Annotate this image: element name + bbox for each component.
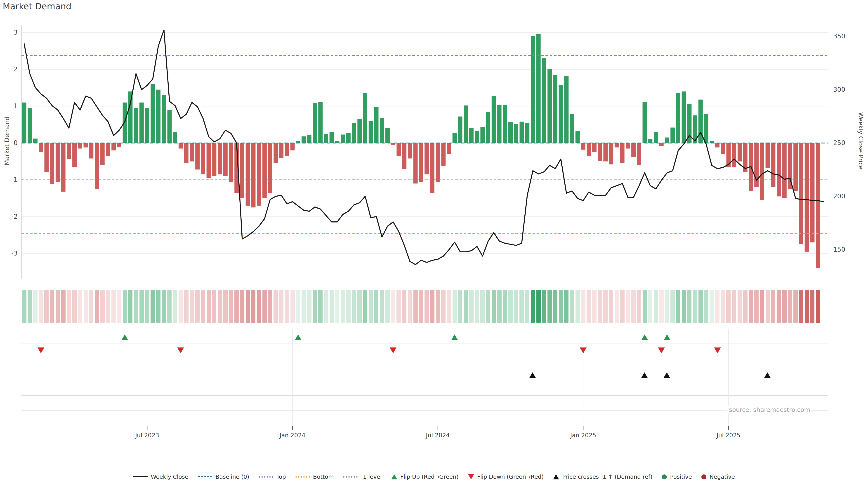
heatmap-cell	[592, 290, 596, 323]
heatmap-cell	[486, 290, 490, 323]
legend-item: Positive	[662, 474, 692, 480]
circle-icon	[702, 475, 706, 480]
heatmap-cell	[50, 290, 54, 323]
legend-label: Bottom	[313, 474, 334, 480]
triangle-up-icon	[553, 474, 559, 480]
legend-label: Flip Down (Green→Red)	[477, 474, 544, 480]
heatmap-cell	[436, 290, 440, 323]
heatmap-cell	[89, 290, 93, 323]
triangle-up-icon	[391, 474, 397, 480]
heatmap-cell	[391, 290, 395, 323]
legend-item: Top	[259, 474, 286, 480]
legend-label: Baseline (0)	[215, 474, 249, 480]
heatmap-cell	[330, 290, 334, 323]
heatmap-cell	[28, 290, 32, 323]
heatmap-cell	[184, 290, 188, 323]
heatmap-cell	[425, 290, 429, 323]
price-cross-icon	[664, 372, 670, 378]
heatmap-cell	[520, 290, 524, 323]
legend-label: Price crosses -1 ↑ (Demand ref)	[562, 474, 652, 480]
heatmap-cell	[78, 290, 82, 323]
heatmap-cell	[581, 290, 585, 323]
heatmap-cell	[794, 290, 798, 323]
heatmap-cell	[743, 290, 747, 323]
heatmap-cell	[235, 290, 239, 323]
heatmap-cell	[771, 290, 775, 323]
heatmap-cell	[749, 290, 753, 323]
legend-label: -1 level	[361, 474, 381, 480]
heatmap-cell	[240, 290, 244, 323]
heatmap-cell	[134, 290, 138, 323]
dotted-line-icon	[259, 476, 273, 478]
heatmap-cell	[363, 290, 367, 323]
heatmap-cell	[100, 290, 105, 323]
heatmap-cell	[620, 290, 625, 323]
heatmap-cell	[464, 290, 468, 323]
heatmap-cell	[475, 290, 479, 323]
flip-down-icon	[37, 348, 44, 353]
heatmap-cell	[84, 290, 88, 323]
heatmap-cell	[262, 290, 267, 323]
heatmap-cell	[671, 290, 675, 323]
heatmap-cell	[631, 290, 636, 323]
heatmap-cell	[195, 290, 199, 323]
heatmap-cell	[167, 290, 172, 323]
legend-item: Flip Up (Red→Green)	[391, 474, 459, 480]
flip-up-icon	[121, 334, 128, 340]
heatmap-cell	[33, 290, 37, 323]
heatmap-cell	[346, 290, 350, 323]
dotted-line-icon	[343, 476, 358, 478]
market-demand-dashboard: Market Demand Market Demand Weekly Close…	[0, 0, 868, 488]
heatmap-cell	[603, 290, 608, 323]
heatmap-cell	[693, 290, 697, 323]
heatmap-cell	[318, 290, 322, 323]
x-tick-label: Jul 2025	[717, 432, 741, 439]
flip-up-icon	[451, 334, 458, 340]
triangle-down-icon	[468, 474, 474, 480]
heatmap-cell	[302, 290, 306, 323]
circle-icon	[662, 475, 667, 480]
heatmap-cell	[324, 290, 328, 323]
heatmap-cell	[112, 290, 116, 323]
heatmap-cell	[402, 290, 406, 323]
heatmap-cell	[564, 290, 568, 323]
heatmap-cell	[699, 290, 703, 323]
heatmap-cell	[732, 290, 736, 323]
heatmap-cell	[145, 290, 149, 323]
heatmap-cell	[307, 290, 311, 323]
heatmap-cell	[615, 290, 619, 323]
heatmap-cell	[190, 290, 194, 323]
flip-down-icon	[390, 348, 397, 353]
heatmap-cell	[419, 290, 423, 323]
heatmap-cell	[413, 290, 418, 323]
legend-label: Weekly Close	[151, 474, 188, 480]
flip-down-icon	[658, 348, 665, 353]
legend-item: Bottom	[296, 474, 334, 480]
price-cross-icon	[641, 372, 648, 378]
heatmap-cell	[643, 290, 647, 323]
heatmap-cell	[609, 290, 613, 323]
heatmap-cell	[56, 290, 60, 323]
heatmap-cell	[497, 290, 502, 323]
heatmap-cell	[760, 290, 764, 323]
heatmap-cell	[61, 290, 66, 323]
heatmap-cell	[67, 290, 71, 323]
heatmap-cell	[548, 290, 552, 323]
heatmap-cell	[44, 290, 49, 323]
heatmap-cell	[285, 290, 289, 323]
flip-down-icon	[580, 348, 587, 353]
heatmap-cell	[128, 290, 132, 323]
heatmap-cell	[268, 290, 272, 323]
x-tick-label: Jan 2025	[570, 432, 596, 439]
heatmap-cell	[296, 290, 300, 323]
flip-down-icon	[177, 348, 184, 353]
heatmap-cell	[274, 290, 278, 323]
heatmap-cell	[553, 290, 557, 323]
heatmap-cell	[682, 290, 686, 323]
heatmap-cell	[369, 290, 373, 323]
heatmap-cell	[559, 290, 563, 323]
demand-heatmap-strip	[0, 0, 868, 488]
x-tick-label: Jul 2024	[426, 432, 450, 439]
heatmap-cell	[531, 290, 535, 323]
heatmap-cell	[341, 290, 345, 323]
